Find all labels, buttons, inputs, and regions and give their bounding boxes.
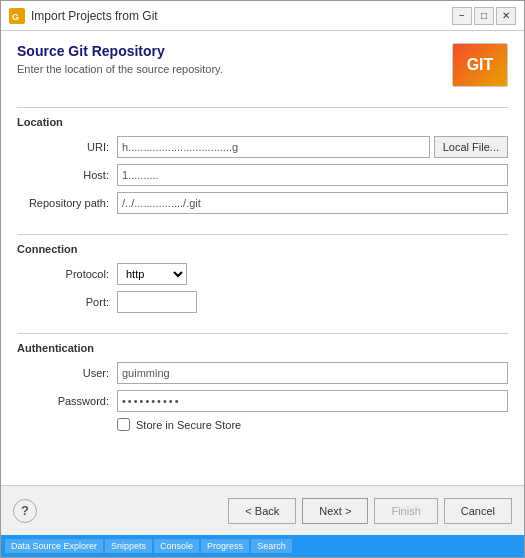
page-subtitle: Enter the location of the source reposit… — [17, 63, 444, 75]
connection-section: Connection Protocol: http https git ssh … — [17, 243, 508, 319]
maximize-button[interactable]: □ — [474, 7, 494, 25]
main-window: G Import Projects from Git − □ ✕ Source … — [0, 0, 525, 558]
header-divider — [17, 107, 508, 108]
window-title: Import Projects from Git — [31, 9, 452, 23]
repo-path-label: Repository path: — [17, 197, 117, 209]
password-label: Password: — [17, 395, 117, 407]
secure-store-checkbox[interactable] — [117, 418, 130, 431]
header-text: Source Git Repository Enter the location… — [17, 43, 444, 75]
uri-input-group: Local File... — [117, 136, 508, 158]
connection-label: Connection — [17, 243, 508, 255]
finish-button[interactable]: Finish — [374, 498, 437, 524]
password-row: Password: — [17, 390, 508, 412]
location-label: Location — [17, 116, 508, 128]
protocol-select[interactable]: http https git ssh — [117, 263, 187, 285]
close-button[interactable]: ✕ — [496, 7, 516, 25]
page-title: Source Git Repository — [17, 43, 444, 59]
cancel-button[interactable]: Cancel — [444, 498, 512, 524]
git-logo: GIT — [452, 43, 508, 87]
local-file-button[interactable]: Local File... — [434, 136, 508, 158]
user-label: User: — [17, 367, 117, 379]
taskbar-item-search[interactable]: Search — [251, 539, 292, 553]
user-input[interactable] — [117, 362, 508, 384]
window-controls: − □ ✕ — [452, 7, 516, 25]
uri-input[interactable] — [117, 136, 430, 158]
spacer — [17, 443, 508, 473]
window-icon: G — [9, 8, 25, 24]
repo-path-input[interactable] — [117, 192, 508, 214]
protocol-label: Protocol: — [17, 268, 117, 280]
bottom-right: < Back Next > Finish Cancel — [228, 498, 512, 524]
header-section: Source Git Repository Enter the location… — [17, 43, 508, 87]
taskbar-item-datasource[interactable]: Data Source Explorer — [5, 539, 103, 553]
authentication-label: Authentication — [17, 342, 508, 354]
host-input[interactable] — [117, 164, 508, 186]
next-button[interactable]: Next > — [302, 498, 368, 524]
host-row: Host: — [17, 164, 508, 186]
store-row: Store in Secure Store — [117, 418, 508, 431]
secure-store-label: Store in Secure Store — [136, 419, 241, 431]
uri-row: URI: Local File... — [17, 136, 508, 158]
protocol-row: Protocol: http https git ssh — [17, 263, 508, 285]
title-bar: G Import Projects from Git − □ ✕ — [1, 1, 524, 31]
protocol-control: http https git ssh — [117, 263, 187, 285]
bottom-bar: ? < Back Next > Finish Cancel — [1, 485, 524, 535]
authentication-section: Authentication User: Password: Store in … — [17, 342, 508, 437]
help-button[interactable]: ? — [13, 499, 37, 523]
repo-path-row: Repository path: — [17, 192, 508, 214]
taskbar-item-console[interactable]: Console — [154, 539, 199, 553]
content-area: Source Git Repository Enter the location… — [1, 31, 524, 485]
connection-divider — [17, 333, 508, 334]
uri-label: URI: — [17, 141, 117, 153]
port-row: Port: — [17, 291, 508, 313]
password-input[interactable] — [117, 390, 508, 412]
port-input[interactable] — [117, 291, 197, 313]
location-divider — [17, 234, 508, 235]
taskbar-item-snippets[interactable]: Snippets — [105, 539, 152, 553]
back-button[interactable]: < Back — [228, 498, 296, 524]
svg-text:G: G — [12, 12, 19, 22]
minimize-button[interactable]: − — [452, 7, 472, 25]
taskbar-item-progress[interactable]: Progress — [201, 539, 249, 553]
location-section: Location URI: Local File... Host: Reposi… — [17, 116, 508, 220]
user-row: User: — [17, 362, 508, 384]
host-label: Host: — [17, 169, 117, 181]
taskbar: Data Source Explorer Snippets Console Pr… — [1, 535, 524, 557]
port-label: Port: — [17, 296, 117, 308]
bottom-left: ? — [13, 499, 37, 523]
